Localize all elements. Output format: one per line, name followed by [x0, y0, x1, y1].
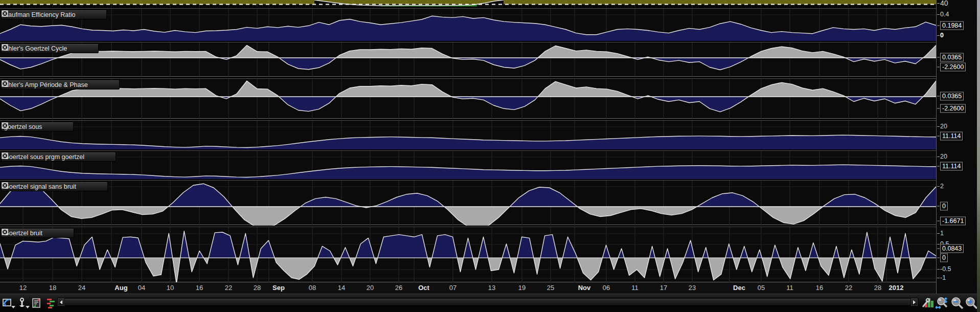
axis-tick-mark	[937, 96, 940, 97]
axis-value-text: 0	[940, 32, 944, 39]
window-icon[interactable]	[100, 81, 106, 88]
axis-date-label: 18	[49, 284, 56, 292]
panel-plot-goertzel-signal[interactable]	[0, 181, 936, 226]
panel-goertzel-bruit[interactable]: Goertzel bruit	[0, 227, 936, 282]
panel-kaufman[interactable]: Kaufman Efficiency Ratio	[0, 8, 936, 40]
panel-plot-ehlers-amp[interactable]	[0, 79, 936, 119]
axis-tick-mark	[937, 35, 940, 36]
wrench-icon[interactable]	[78, 11, 84, 18]
axis-value-text: -2.2600	[940, 63, 966, 72]
axis-value-text: -1.6671	[940, 217, 966, 226]
axis-value-box: -2.2600	[937, 63, 966, 72]
close-icon[interactable]	[97, 183, 104, 190]
price-panel-bottom-strip	[0, 0, 936, 7]
panel-plot-kaufman[interactable]	[0, 9, 936, 41]
panel-goertzel-sous[interactable]: goertzel sous	[0, 120, 936, 149]
axis-date-label: 16	[816, 284, 823, 292]
axis-date-label: Nov	[578, 284, 591, 292]
axis-value-label: 20	[937, 153, 947, 160]
axis-value-text: -2.2600	[940, 104, 966, 113]
wrench-icon[interactable]	[90, 81, 97, 88]
axis-date-label: 2012	[889, 284, 904, 292]
axis-tick-mark	[937, 249, 940, 249]
axis-value-text: 40	[940, 0, 948, 7]
axis-tick-mark	[937, 233, 940, 234]
h-scrollbar-thumb[interactable]	[64, 298, 911, 306]
panel-ehlers-cycle[interactable]: Ehler's Goertzel Cycle	[0, 42, 936, 77]
axis-tick-mark	[937, 269, 940, 270]
axis-date-label: Sep	[272, 284, 285, 292]
dropdown-arrow-icon[interactable]	[26, 306, 30, 308]
zoom-range-icon[interactable]	[935, 296, 947, 308]
horizontal-scrollbar[interactable]	[57, 298, 918, 306]
axis-tick-mark	[937, 258, 940, 258]
zoom-out-icon[interactable]	[950, 296, 962, 308]
time-axis: 121824Aug0410162228Sep08142026Oct0713192…	[0, 282, 936, 294]
axis-value-box: 0	[937, 254, 948, 262]
panel-ehlers-amp[interactable]: Ehler's Amp Période & Phase	[0, 78, 936, 119]
axis-tick-mark	[937, 186, 940, 187]
axis-date-label: 25	[547, 284, 554, 292]
indicator-settings-icon[interactable]	[921, 296, 933, 308]
window-icon[interactable]	[54, 123, 60, 130]
window-icon[interactable]	[87, 11, 94, 18]
wrench-icon[interactable]	[87, 153, 94, 160]
scroll-left-button[interactable]	[58, 298, 64, 306]
axis-date-label: 22	[225, 284, 232, 292]
new-chart-icon[interactable]	[2, 297, 14, 309]
panel-title: Ehler's Goertzel Cycle	[4, 45, 67, 52]
axis-date-label: Dec	[733, 284, 745, 292]
wrench-icon[interactable]	[70, 45, 76, 52]
close-icon[interactable]	[88, 45, 95, 52]
wrench-icon[interactable]	[44, 123, 51, 130]
panel-plot-ehlers-cycle[interactable]	[0, 42, 936, 77]
panel-goertzel-prgm[interactable]: Goertzel sous prgm goertzel	[0, 150, 936, 179]
axis-date-label: Aug	[115, 284, 127, 292]
axis-tick-mark	[937, 166, 940, 167]
panel-title-bar: Goertzel sous prgm goertzel	[1, 152, 116, 162]
panel-goertzel-signal[interactable]: Goertzel signal sans bruit	[0, 180, 936, 225]
axis-date-label: 05	[758, 284, 765, 292]
dropdown-arrow-icon[interactable]	[11, 306, 15, 308]
bottom-toolbar	[0, 294, 977, 312]
report-icon[interactable]	[31, 297, 43, 309]
wrench-icon[interactable]	[79, 183, 85, 190]
close-icon[interactable]	[96, 11, 103, 18]
panel-title: Goertzel sous prgm goertzel	[4, 153, 84, 161]
close-icon[interactable]	[105, 153, 112, 160]
right-arrow-icon	[913, 300, 916, 304]
window-icon[interactable]	[54, 230, 61, 236]
window-icon[interactable]	[79, 45, 85, 52]
axis-date-label: 26	[395, 284, 402, 292]
panel-plot-goertzel-prgm[interactable]	[0, 151, 936, 179]
close-icon[interactable]	[63, 123, 70, 130]
market-depth-icon[interactable]	[45, 297, 57, 309]
axis-value-text: 20	[940, 123, 947, 130]
axis-date-label: 04	[138, 284, 145, 292]
wrench-icon[interactable]	[45, 230, 52, 236]
axis-value-label: 20	[937, 123, 947, 130]
axis-tick-mark	[937, 67, 940, 68]
close-icon[interactable]	[109, 81, 116, 88]
zoom-in-icon[interactable]	[964, 296, 976, 308]
panel-title: Ehler's Amp Période & Phase	[4, 81, 88, 88]
scroll-right-button[interactable]	[911, 298, 918, 306]
axis-date-label: Oct	[418, 284, 429, 292]
drawing-tool-icon[interactable]	[16, 297, 29, 309]
axis-tick-mark	[937, 57, 940, 58]
panel-title-bar: goertzel sous	[1, 122, 74, 131]
window-icon[interactable]	[88, 183, 95, 190]
axis-value-label: 40	[937, 0, 948, 7]
panel-plot-goertzel-bruit[interactable]	[0, 227, 936, 283]
axis-tick-mark	[937, 3, 940, 4]
axis-value-text: 2	[940, 183, 944, 190]
panel-plot-goertzel-sous[interactable]	[0, 121, 936, 149]
panel-title-bar: Ehler's Goertzel Cycle	[1, 43, 99, 53]
axis-value-box: 0.0365	[937, 92, 964, 101]
axis-value-box: -2.2600	[937, 104, 966, 113]
axis-date-label: 22	[845, 284, 852, 292]
axis-tick-mark	[937, 221, 940, 221]
close-icon[interactable]	[63, 230, 70, 236]
window-icon[interactable]	[96, 153, 103, 160]
axis-tick-mark	[937, 14, 940, 15]
